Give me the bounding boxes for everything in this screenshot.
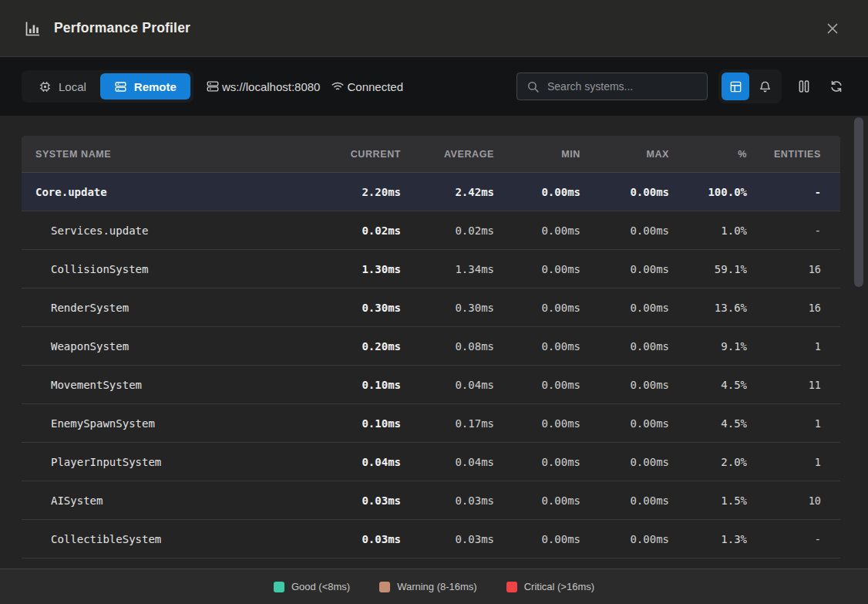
main-content: SYSTEM NAMECURRENTAVERAGEMINMAX%ENTITIES… (0, 116, 868, 569)
entities-cell: 1 (747, 417, 821, 430)
bell-icon (759, 80, 772, 93)
percent-cell: 1.0% (669, 224, 747, 237)
systems-table: SYSTEM NAMECURRENTAVERAGEMINMAX%ENTITIES… (22, 136, 840, 558)
average-cell: 0.04ms (401, 379, 494, 391)
column-header[interactable]: AVERAGE (401, 149, 494, 160)
column-header[interactable]: MIN (494, 149, 580, 160)
table-row[interactable]: MovementSystem 0.10ms 0.04ms 0.00ms 0.00… (22, 366, 840, 404)
min-cell: 0.00ms (494, 494, 580, 507)
max-cell: 0.00ms (580, 340, 669, 353)
current-cell: 0.02ms (328, 224, 401, 237)
refresh-button[interactable] (826, 76, 846, 96)
search-icon (527, 80, 540, 93)
alerts-button[interactable] (751, 73, 779, 100)
system-name-cell: CollectibleSystem (35, 533, 328, 545)
table-row[interactable]: PlayerInputSystem 0.04ms 0.04ms 0.00ms 0… (22, 443, 840, 481)
percent-cell: 13.6% (669, 302, 747, 314)
average-cell: 2.42ms (401, 186, 494, 198)
entities-cell: 16 (747, 263, 821, 275)
local-label: Local (59, 80, 86, 93)
max-cell: 0.00ms (580, 186, 669, 198)
view-toggle-group (718, 69, 782, 103)
current-cell: 0.10ms (328, 417, 401, 430)
max-cell: 0.00ms (580, 379, 669, 391)
server-icon (114, 80, 127, 93)
max-cell: 0.00ms (580, 494, 669, 507)
connection-status: Connected (331, 79, 403, 93)
footer: Good (<8ms) Warning (8-16ms) Critical (>… (0, 569, 868, 604)
pause-button[interactable] (794, 76, 814, 96)
column-header[interactable]: SYSTEM NAME (35, 149, 328, 160)
column-header[interactable]: % (669, 149, 747, 160)
table-row[interactable]: WeaponSystem 0.20ms 0.08ms 0.00ms 0.00ms… (22, 327, 840, 366)
current-cell: 1.30ms (328, 263, 401, 275)
legend-swatch (506, 582, 517, 592)
system-name-cell: AISystem (35, 494, 328, 507)
column-header[interactable]: CURRENT (328, 149, 401, 160)
system-name-cell: PlayerInputSystem (35, 456, 328, 468)
legend: Good (<8ms) Warning (8-16ms) Critical (>… (274, 581, 594, 592)
table-row[interactable]: EnemySpawnSystem 0.10ms 0.17ms 0.00ms 0.… (22, 404, 840, 443)
table-header: SYSTEM NAMECURRENTAVERAGEMINMAX%ENTITIES (22, 136, 840, 173)
table-row[interactable]: Core.update 2.20ms 2.42ms 0.00ms 0.00ms … (22, 173, 840, 211)
min-cell: 0.00ms (494, 456, 580, 468)
average-cell: 1.34ms (401, 263, 494, 275)
table-icon (729, 80, 742, 93)
table-row[interactable]: CollisionSystem 1.30ms 1.34ms 0.00ms 0.0… (22, 250, 840, 289)
min-cell: 0.00ms (494, 302, 580, 314)
system-name-cell: Core.update (35, 186, 328, 198)
current-cell: 0.30ms (328, 302, 401, 314)
min-cell: 0.00ms (494, 379, 580, 391)
percent-cell: 59.1% (669, 263, 747, 275)
current-cell: 0.10ms (328, 379, 401, 391)
percent-cell: 4.5% (669, 379, 747, 391)
percent-cell: 2.0% (669, 456, 747, 468)
entities-cell: - (747, 224, 821, 237)
average-cell: 0.30ms (401, 302, 494, 314)
connection-url: ws://localhost:8080 (206, 79, 321, 93)
legend-swatch (274, 582, 284, 592)
table-row[interactable]: AISystem 0.03ms 0.03ms 0.00ms 0.00ms 1.5… (22, 481, 840, 520)
remote-button[interactable]: Remote (100, 73, 190, 100)
toolbar: Local Remote (0, 56, 868, 116)
entities-cell: 1 (747, 456, 821, 468)
entities-cell: - (747, 186, 821, 198)
system-name-cell: MovementSystem (35, 379, 328, 391)
legend-swatch (379, 582, 390, 592)
search-box (516, 73, 708, 100)
max-cell: 0.00ms (580, 456, 669, 468)
system-name-cell: RenderSystem (35, 302, 328, 314)
percent-cell: 1.3% (669, 533, 747, 545)
system-name-cell: Services.update (35, 224, 328, 237)
scrollbar-thumb[interactable] (854, 117, 863, 287)
max-cell: 0.00ms (580, 533, 669, 545)
min-cell: 0.00ms (494, 224, 580, 237)
average-cell: 0.03ms (401, 533, 494, 545)
legend-label: Critical (>16ms) (524, 581, 594, 592)
pause-icon (797, 79, 811, 93)
close-button[interactable] (820, 16, 845, 41)
min-cell: 0.00ms (494, 417, 580, 430)
current-cell: 2.20ms (328, 186, 401, 198)
table-row[interactable]: RenderSystem 0.30ms 0.30ms 0.00ms 0.00ms… (22, 289, 840, 327)
websocket-url: ws://localhost:8080 (222, 80, 321, 93)
search-input[interactable] (547, 80, 698, 93)
close-icon (825, 21, 840, 36)
average-cell: 0.17ms (401, 417, 494, 430)
table-row[interactable]: Services.update 0.02ms 0.02ms 0.00ms 0.0… (22, 211, 840, 250)
max-cell: 0.00ms (580, 224, 669, 237)
legend-item: Warning (8-16ms) (379, 581, 477, 592)
wifi-icon (331, 79, 345, 93)
max-cell: 0.00ms (580, 263, 669, 275)
column-header[interactable]: ENTITIES (747, 149, 821, 160)
table-view-button[interactable] (722, 73, 749, 100)
local-button[interactable]: Local (25, 73, 100, 100)
performance-profiler-window: Performance Profiler Local (0, 0, 868, 604)
column-header[interactable]: MAX (580, 149, 669, 160)
current-cell: 0.03ms (328, 533, 401, 545)
percent-cell: 4.5% (669, 417, 747, 430)
scrollbar-track[interactable] (854, 117, 863, 567)
table-row[interactable]: CollectibleSystem 0.03ms 0.03ms 0.00ms 0… (22, 520, 840, 558)
system-name-cell: EnemySpawnSystem (35, 417, 328, 430)
legend-item: Critical (>16ms) (506, 581, 594, 592)
